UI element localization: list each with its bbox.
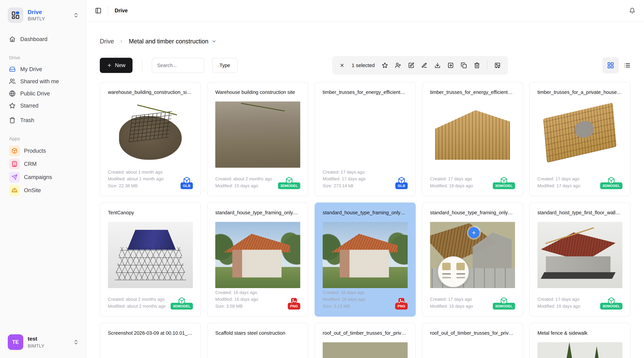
card-modified: Modified: 16 days ago <box>430 182 473 189</box>
card-size: Size: 3.58 MB <box>215 303 258 309</box>
breadcrumb-root[interactable]: Drive <box>100 38 114 45</box>
card-created: Created: about 2 months ago <box>108 296 166 303</box>
file-thumbnail <box>430 101 515 168</box>
file-name: timber_trusses_for_energy_efficient_ho..… <box>430 90 515 95</box>
card-modified: Modified: about 1 month ago <box>108 175 164 182</box>
file-card[interactable]: warehouse_building_construction_site.glb… <box>100 82 201 196</box>
sidebar-item-trash[interactable]: Trash <box>7 114 80 126</box>
star-icon[interactable] <box>382 62 388 68</box>
sidebar-item-shared-with-me[interactable]: Shared with me <box>7 75 80 87</box>
type-filter-button[interactable]: Type <box>212 58 238 73</box>
file-thumbnail <box>538 222 622 288</box>
users-icon <box>9 78 16 85</box>
file-card[interactable]: standard_house_type_framing_only_opt...C… <box>207 203 308 317</box>
section-label: Drive <box>9 55 80 60</box>
delete-icon[interactable] <box>474 62 480 68</box>
download-icon[interactable] <box>434 62 440 68</box>
card-modified: Modified: 15 days ago <box>215 182 272 189</box>
sidebar-item-onsite[interactable]: OnSite <box>7 184 80 197</box>
move-icon[interactable] <box>448 62 454 68</box>
sidebar-item-my-drive[interactable]: My Drive <box>7 63 80 75</box>
file-type-badge: 3DMODEL <box>278 177 300 189</box>
sidebar-item-dashboard[interactable]: Dashboard <box>7 33 80 45</box>
sidebar-item-crm[interactable]: CRM <box>7 157 80 170</box>
copy-icon[interactable] <box>461 62 467 68</box>
file-thumbnail <box>323 222 408 288</box>
send-icon <box>9 172 20 183</box>
file-thumbnail <box>108 342 193 358</box>
box-icon <box>500 177 508 185</box>
edit-icon[interactable] <box>421 62 427 68</box>
file-thumbnail <box>215 101 300 168</box>
selection-divider <box>487 61 488 70</box>
card-modified: Modified: 16 days ago <box>215 296 258 303</box>
file-card[interactable]: Metal fence & sidewalk <box>529 323 630 358</box>
sidebar-item-public-drive[interactable]: Public Drive <box>7 87 80 100</box>
selection-count: 1 selected <box>352 63 375 68</box>
hard-drive-icon <box>9 66 16 72</box>
user-menu[interactable]: TE test BIMTLY <box>7 333 80 351</box>
user-org: BIMTLY <box>28 343 44 349</box>
hard-hat-icon <box>9 185 20 196</box>
bell-icon[interactable] <box>629 8 635 14</box>
file-card[interactable]: Screenshot 2026-03-09 at 00.10.01_opti..… <box>100 323 201 358</box>
new-button-label: New <box>115 62 126 68</box>
sidebar: Drive BIMTLY Dashboard DriveMy DriveShar… <box>0 0 86 358</box>
sidebar-item-label: Campaigns <box>24 174 52 180</box>
search-input[interactable] <box>152 58 204 73</box>
card-modified: Modified: 16 days ago <box>538 303 580 309</box>
file-card[interactable]: standard_house_type_framing_only_opt...C… <box>314 203 416 317</box>
user-name: test <box>28 336 44 342</box>
sidebar-item-label: Trash <box>20 117 34 123</box>
sidebar-item-label: CRM <box>24 161 36 167</box>
box-icon <box>178 297 186 305</box>
breadcrumb-current[interactable]: Metal and timber construction <box>129 38 208 45</box>
close-icon[interactable] <box>340 63 344 68</box>
card-size: Size: 22.38 MB <box>108 182 164 189</box>
app-logo <box>8 8 23 23</box>
star-icon <box>9 102 16 109</box>
file-thumbnail <box>323 101 408 168</box>
workspace-switcher[interactable]: Drive BIMTLY <box>7 6 80 24</box>
file-meta: Created: 16 days agoModified: 16 days ag… <box>323 289 366 309</box>
sidebar-item-starred[interactable]: Starred <box>7 100 80 112</box>
card-modified: Modified: 17 days ago <box>538 182 580 189</box>
topbar-divider <box>108 6 108 15</box>
user-plus-icon[interactable] <box>395 62 401 68</box>
chevron-down-icon[interactable] <box>212 39 216 44</box>
grid-icon <box>607 62 614 69</box>
topbar: Drive <box>86 0 644 22</box>
list-view-button[interactable] <box>624 62 630 69</box>
file-card[interactable]: Scaffold stairs steel construction <box>207 323 308 358</box>
rename-icon[interactable] <box>408 62 414 68</box>
card-created: Created: 17 days ago <box>430 296 473 303</box>
sidebar-item-label: Public Drive <box>20 90 50 97</box>
file-card[interactable]: Warehouse building construction siteCrea… <box>207 82 308 196</box>
image-icon <box>398 297 405 305</box>
sidebar-toggle-icon[interactable] <box>95 8 102 14</box>
sidebar-item-campaigns[interactable]: Campaigns <box>7 170 80 184</box>
sidebar-nav: Dashboard <box>7 33 80 45</box>
grid-view-button[interactable] <box>602 57 619 73</box>
page-title: Drive <box>115 8 128 14</box>
file-card[interactable]: standard_house_type_framing_only_opt...+… <box>422 203 523 317</box>
file-card[interactable]: standard_hoist_type_first_floor_walls_o.… <box>529 203 630 317</box>
file-card[interactable]: timber_trusses_for_energy_efficient_ho..… <box>314 82 416 196</box>
file-name: timber_trusses_for_a_private_house_in... <box>538 90 622 95</box>
avatar: TE <box>8 334 23 350</box>
file-card[interactable]: TentCanopyCreated: about 2 months agoMod… <box>100 203 201 317</box>
sidebar-item-products[interactable]: Products <box>7 144 80 157</box>
file-type-badge: GLB <box>180 177 193 189</box>
file-card[interactable]: timber_trusses_for_energy_efficient_ho..… <box>422 82 523 196</box>
file-name: Screenshot 2026-03-09 at 00.10.01_opti..… <box>108 330 193 336</box>
card-created: Created: 17 days ago <box>538 296 580 303</box>
file-card[interactable]: timber_trusses_for_a_private_house_in...… <box>529 82 630 196</box>
box-icon <box>500 297 508 305</box>
file-thumbnail <box>430 342 515 358</box>
image-download-icon[interactable] <box>494 62 500 68</box>
file-card[interactable]: roof_out_of_timber_trusses_for_private..… <box>422 323 523 358</box>
new-button[interactable]: New <box>100 58 132 73</box>
image-icon <box>290 297 298 305</box>
file-card[interactable]: roof_out_of_timber_trusses_for_private..… <box>314 323 416 358</box>
toolbar: New Type 1 selected <box>100 56 630 75</box>
